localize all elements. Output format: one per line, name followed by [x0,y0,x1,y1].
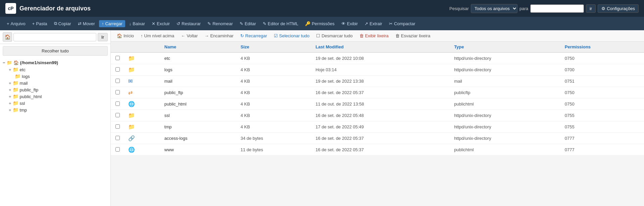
link-folder-icon: 🔗 [128,135,135,141]
esvaziar-lixeira-button[interactable]: 🗑 Esvaziar lixeira [393,32,433,39]
row-checkbox-6[interactable] [111,121,124,133]
search-go-button[interactable]: ir [586,4,596,13]
table-row: 📁 logs 4 KB Hoje 03:14 httpd/unix-direct… [111,64,644,76]
row-checkbox-1[interactable] [111,64,124,76]
row-type-6: httpd/unix-directory [450,121,561,133]
app-title: Gerenciador de arquivos [19,5,91,12]
file-checkbox-0[interactable] [115,56,120,60]
row-checkbox-5[interactable] [111,110,124,121]
table-row: ⇄ public_ftp 4 KB 16 de set. de 2022 05:… [111,87,644,98]
plus-icon: + [9,101,11,106]
carregar-button[interactable]: ↑ Carregar [99,20,125,27]
row-type-1: httpd/unix-directory [450,64,561,76]
row-name-1[interactable]: logs [160,64,237,76]
tree-item-label-public-ftp: public_ftp [20,87,39,92]
row-type-2: mail [450,76,561,87]
sidebar-path-input[interactable] [13,33,96,41]
sidebar-home-button[interactable]: 🏠 [3,32,12,42]
arquivo-button[interactable]: + Arquivo [4,20,28,27]
configuracoes-button[interactable]: ⚙ Configurações [598,4,639,13]
tree-item-mail[interactable]: + 📁 mail [9,80,108,86]
exibir-button[interactable]: 👁 Exibir [339,20,361,27]
recarregar-button[interactable]: ↻ Recarregar [238,32,270,39]
um-nivel-acima-button[interactable]: ↑ Um nível acima [138,32,177,39]
restaurar-button[interactable]: ↺ Restaurar [174,20,203,27]
row-icon-1: 📁 [124,64,160,76]
row-checkbox-2[interactable] [111,76,124,87]
row-name-0[interactable]: etc [160,52,237,64]
renomear-button[interactable]: ✎ Renomear [205,20,236,27]
row-name-8[interactable]: www [160,144,237,156]
permissoes-button[interactable]: 🔑 Permissões [302,20,337,27]
exibir-lixeira-button[interactable]: 🗑 Exibir lixeira [357,32,391,39]
file-checkbox-8[interactable] [115,147,120,152]
row-checkbox-8[interactable] [111,144,124,156]
pasta-button[interactable]: + Pasta [30,20,50,27]
sidebar-ir-button[interactable]: Ir [98,33,108,41]
encaminhar-button[interactable]: → Encaminhar [202,32,236,39]
folder-icon-etc: 📁 [13,67,18,72]
folder-icon-public-ftp: 📁 [13,87,18,92]
row-name-6[interactable]: tmp [160,121,237,133]
desmarcar-tudo-button[interactable]: ☐ Desmarcar tudo [313,32,355,39]
search-bar: Pesquisar Todos os arquivos para ir ⚙ Co… [449,4,639,13]
sidebar-collapse-button[interactable]: Recolher tudo [3,46,108,56]
tree-item-public-ftp[interactable]: + 📁 public_ftp [9,86,108,93]
row-name-3[interactable]: public_ftp [160,87,237,98]
tree-item-public-html[interactable]: + 📁 public_html [9,93,108,100]
row-checkbox-7[interactable] [111,133,124,144]
row-checkbox-4[interactable] [111,98,124,110]
delete-icon: ✕ [152,21,155,26]
file-table: Name Size Last Modified Type Permissions… [111,42,644,156]
row-name-4[interactable]: public_html [160,98,237,110]
extrair-button[interactable]: ↗ Extrair [362,20,385,27]
sidebar-path-bar: 🏠 Ir [0,30,110,44]
selecionar-tudo-button[interactable]: ☑ Selecionar tudo [271,32,312,39]
gear-icon: ⚙ [601,6,605,11]
file-checkbox-6[interactable] [115,124,120,129]
table-header-row: Name Size Last Modified Type Permissions [111,42,644,52]
ftp-icon: ⇄ [128,90,133,95]
baixar-button[interactable]: ↓ Baixar [127,20,148,27]
row-checkbox-3[interactable] [111,87,124,98]
tree-item-tmp[interactable]: + 📁 tmp [9,107,108,113]
row-type-7: httpd/unix-directory [450,133,561,144]
folder-icon: 📁 [128,67,135,73]
file-checkbox-4[interactable] [115,101,120,106]
trash-icon: 🗑 [359,33,364,38]
uncheck-all-icon: ☐ [316,33,320,38]
tree-item-etc[interactable]: + 📁 etc [9,66,108,73]
file-checkbox-7[interactable] [115,136,120,140]
main-layout: 🏠 Ir Recolher tudo − 📁 🏠 (/home1/sinsen9… [0,30,644,206]
inicio-button[interactable]: 🏠 Início [114,32,137,39]
col-header-name[interactable]: Name [160,42,237,52]
row-name-5[interactable]: ssl [160,110,237,121]
file-checkbox-2[interactable] [115,79,120,83]
table-row: 🔗 access-logs 34 de bytes 16 de set. de … [111,133,644,144]
search-input[interactable] [530,4,584,13]
voltar-button[interactable]: ← Voltar [178,32,200,39]
tree-item-ssl[interactable]: + 📁 ssl [9,100,108,107]
search-scope-select[interactable]: Todos os arquivos [471,4,517,13]
col-header-permissions[interactable]: Permissions [561,42,644,52]
row-name-7[interactable]: access-logs [160,133,237,144]
excluir-button[interactable]: ✕ Excluir [149,20,172,27]
row-checkbox-0[interactable] [111,52,124,64]
row-icon-8: 🌐 [124,144,160,156]
mover-button[interactable]: ⇄ Mover [75,20,98,27]
editar-button[interactable]: ✎ Editar [237,20,259,27]
row-icon-3: ⇄ [124,87,160,98]
editor-html-button[interactable]: ✎ Editor de HTML [260,20,301,27]
reload-icon: ↻ [240,33,244,38]
col-header-type[interactable]: Type [450,42,561,52]
tree-root[interactable]: − 📁 🏠 (/home1/sinsen99) [3,59,108,66]
file-checkbox-5[interactable] [115,113,120,117]
compactar-button[interactable]: ✂ Compactar [386,20,418,27]
tree-item-logs[interactable]: 📁 logs [15,73,108,80]
file-checkbox-3[interactable] [115,90,120,94]
copiar-button[interactable]: ⧉ Copiar [51,20,74,27]
row-name-2[interactable]: mail [160,76,237,87]
file-checkbox-1[interactable] [115,67,120,72]
col-header-size[interactable]: Size [237,42,311,52]
col-header-modified[interactable]: Last Modified [311,42,450,52]
